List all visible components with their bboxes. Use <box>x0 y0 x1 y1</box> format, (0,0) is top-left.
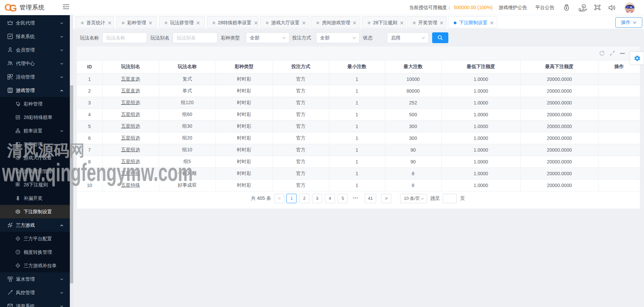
svg-text:¥: ¥ <box>565 6 567 10</box>
svg-text:¥: ¥ <box>583 5 585 8</box>
svg-text:G: G <box>9 2 17 12</box>
